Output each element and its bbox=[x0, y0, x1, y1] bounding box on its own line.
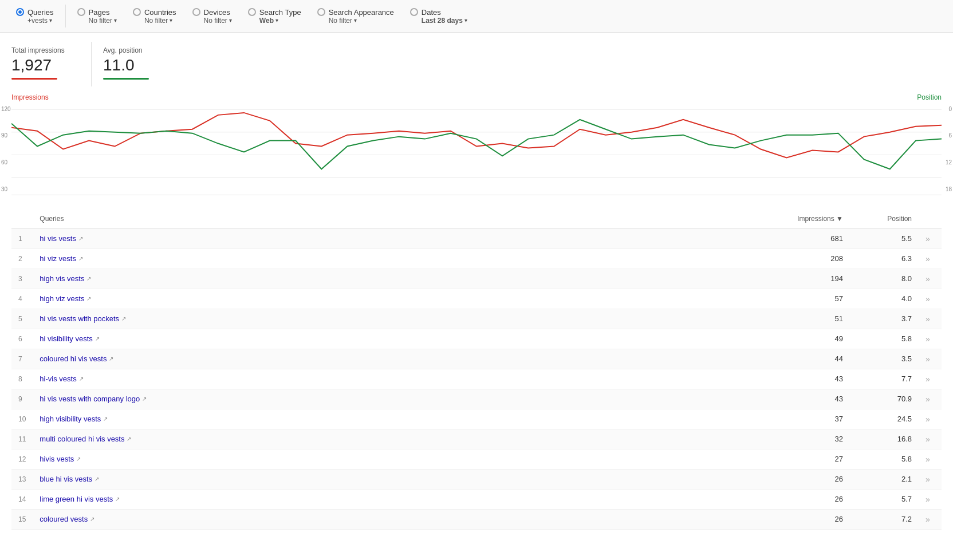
impressions-value: 1,927 bbox=[11, 57, 80, 74]
filter-pages-radio bbox=[77, 8, 85, 16]
impressions-cell: 194 bbox=[758, 269, 850, 289]
queries-table: Queries Impressions ▼ Position 1 hi vis … bbox=[11, 209, 942, 530]
col-header-position[interactable]: Position bbox=[850, 209, 919, 229]
table-row: 13 blue hi vis vests ↗ 26 2.1 » bbox=[11, 469, 942, 489]
query-link[interactable]: coloured vests ↗ bbox=[40, 515, 94, 523]
query-cell: lime green hi vis vests ↗ bbox=[33, 489, 758, 509]
filter-queries-sub: +vests ▾ bbox=[27, 17, 52, 25]
position-cell: 5.8 bbox=[850, 449, 919, 469]
filter-search-appearance[interactable]: Search Appearance No filter ▾ bbox=[310, 6, 401, 27]
row-expand-icon[interactable]: » bbox=[926, 354, 930, 364]
position-cell: 24.5 bbox=[850, 409, 919, 429]
action-cell: » bbox=[919, 329, 942, 349]
filter-search-appearance-radio bbox=[317, 8, 325, 16]
query-link[interactable]: high vis vests ↗ bbox=[40, 274, 91, 283]
chart-area: Impressions Position 120 90 60 30 0 6 12 bbox=[0, 91, 953, 195]
impressions-cell: 32 bbox=[758, 429, 850, 449]
impressions-cell: 43 bbox=[758, 369, 850, 389]
avg-position-value: 11.0 bbox=[103, 57, 172, 74]
query-cell: blue hi vis vests ↗ bbox=[33, 469, 758, 489]
query-link[interactable]: hivis vests ↗ bbox=[40, 455, 81, 463]
query-link[interactable]: coloured hi vis vests ↗ bbox=[40, 354, 113, 363]
position-cell: 2.1 bbox=[850, 469, 919, 489]
query-cell: high viz vests ↗ bbox=[33, 289, 758, 309]
filter-search-type[interactable]: Search Type Web ▾ bbox=[241, 6, 308, 27]
table-row: 1 hi vis vests ↗ 681 5.5 » bbox=[11, 228, 942, 249]
external-link-icon: ↗ bbox=[76, 456, 81, 462]
query-cell: hi vis vests with company logo ↗ bbox=[33, 389, 758, 409]
position-cell: 16.8 bbox=[850, 429, 919, 449]
row-expand-icon[interactable]: » bbox=[926, 435, 930, 444]
external-link-icon: ↗ bbox=[127, 436, 131, 442]
table-row: 9 hi vis vests with company logo ↗ 43 70… bbox=[11, 389, 942, 409]
table-row: 12 hivis vests ↗ 27 5.8 » bbox=[11, 449, 942, 469]
row-num: 12 bbox=[11, 449, 33, 469]
query-link[interactable]: hi-vis vests ↗ bbox=[40, 374, 83, 383]
row-num: 5 bbox=[11, 309, 33, 329]
action-cell: » bbox=[919, 349, 942, 369]
position-cell: 5.7 bbox=[850, 489, 919, 509]
row-expand-icon[interactable]: » bbox=[926, 234, 930, 243]
query-link[interactable]: lime green hi vis vests ↗ bbox=[40, 495, 120, 503]
external-link-icon: ↗ bbox=[121, 316, 126, 322]
filter-pages[interactable]: Pages No filter ▾ bbox=[70, 6, 124, 27]
filter-bar: Queries +vests ▾ Pages No filter ▾ Count… bbox=[0, 0, 953, 33]
query-link[interactable]: high visibility vests ↗ bbox=[40, 415, 108, 423]
query-link[interactable]: hi visibility vests ↗ bbox=[40, 334, 99, 343]
row-expand-icon[interactable]: » bbox=[926, 314, 930, 324]
query-link[interactable]: hi vis vests with pockets ↗ bbox=[40, 314, 126, 323]
row-num: 6 bbox=[11, 329, 33, 349]
action-cell: » bbox=[919, 489, 942, 509]
query-link[interactable]: hi vis vests with company logo ↗ bbox=[40, 395, 147, 403]
filter-search-type-sub: Web ▾ bbox=[259, 17, 278, 25]
impressions-cell: 43 bbox=[758, 389, 850, 409]
filter-devices[interactable]: Devices No filter ▾ bbox=[186, 6, 239, 27]
row-expand-icon[interactable]: » bbox=[926, 475, 930, 484]
external-link-icon: ↗ bbox=[86, 295, 91, 302]
external-link-icon: ↗ bbox=[103, 416, 108, 422]
query-link[interactable]: hi vis vests ↗ bbox=[40, 234, 83, 243]
table-row: 7 coloured hi vis vests ↗ 44 3.5 » bbox=[11, 349, 942, 369]
col-header-actions bbox=[919, 209, 942, 229]
action-cell: » bbox=[919, 469, 942, 489]
metric-avg-position[interactable]: Avg. position 11.0 bbox=[103, 42, 183, 86]
table-row: 14 lime green hi vis vests ↗ 26 5.7 » bbox=[11, 489, 942, 509]
col-header-queries[interactable]: Queries bbox=[33, 209, 758, 229]
row-num: 2 bbox=[11, 249, 33, 269]
devices-dropdown-arrow: ▾ bbox=[229, 17, 232, 23]
impressions-bar bbox=[11, 78, 57, 80]
row-expand-icon[interactable]: » bbox=[926, 515, 930, 524]
external-link-icon: ↗ bbox=[78, 235, 83, 242]
col-header-impressions[interactable]: Impressions ▼ bbox=[758, 209, 850, 229]
row-expand-icon[interactable]: » bbox=[926, 274, 930, 283]
filter-dates-label: Dates bbox=[422, 8, 441, 17]
table-row: 5 hi vis vests with pockets ↗ 51 3.7 » bbox=[11, 309, 942, 329]
metric-impressions[interactable]: Total impressions 1,927 bbox=[11, 42, 92, 86]
query-link[interactable]: hi viz vests ↗ bbox=[40, 254, 83, 263]
row-expand-icon[interactable]: » bbox=[926, 455, 930, 464]
table-row: 8 hi-vis vests ↗ 43 7.7 » bbox=[11, 369, 942, 389]
table-row: 15 coloured vests ↗ 26 7.2 » bbox=[11, 509, 942, 529]
impressions-cell: 681 bbox=[758, 228, 850, 249]
filter-queries[interactable]: Queries +vests ▾ bbox=[9, 6, 61, 27]
table-row: 3 high vis vests ↗ 194 8.0 » bbox=[11, 269, 942, 289]
query-link[interactable]: blue hi vis vests ↗ bbox=[40, 475, 99, 483]
query-link[interactable]: high viz vests ↗ bbox=[40, 294, 91, 303]
row-expand-icon[interactable]: » bbox=[926, 254, 930, 263]
row-expand-icon[interactable]: » bbox=[926, 334, 930, 344]
action-cell: » bbox=[919, 509, 942, 529]
query-link[interactable]: multi coloured hi vis vests ↗ bbox=[40, 435, 131, 443]
action-cell: » bbox=[919, 269, 942, 289]
position-cell: 8.0 bbox=[850, 269, 919, 289]
row-expand-icon[interactable]: » bbox=[926, 395, 930, 404]
row-expand-icon[interactable]: » bbox=[926, 294, 930, 303]
filter-dates[interactable]: Dates Last 28 days ▾ bbox=[403, 6, 474, 27]
row-expand-icon[interactable]: » bbox=[926, 415, 930, 424]
query-cell: hi vis vests with pockets ↗ bbox=[33, 309, 758, 329]
filter-queries-radio bbox=[16, 8, 24, 16]
filter-pages-label: Pages bbox=[89, 8, 110, 17]
action-cell: » bbox=[919, 429, 942, 449]
filter-countries[interactable]: Countries No filter ▾ bbox=[126, 6, 183, 27]
row-expand-icon[interactable]: » bbox=[926, 495, 930, 504]
row-expand-icon[interactable]: » bbox=[926, 374, 930, 384]
